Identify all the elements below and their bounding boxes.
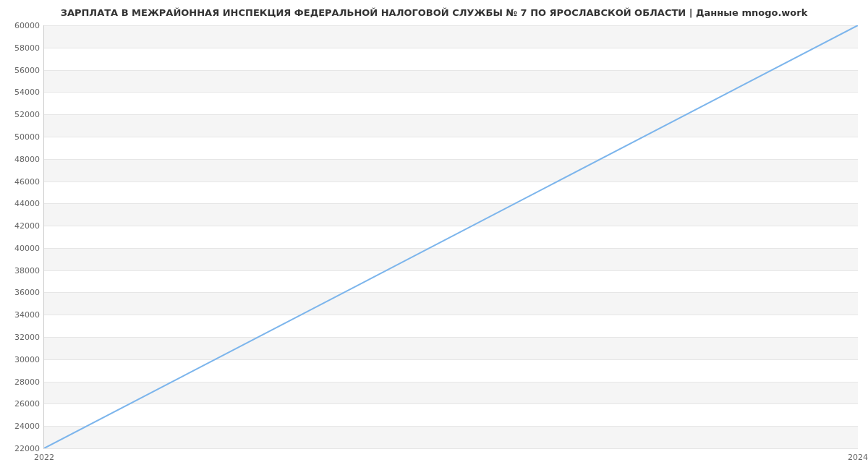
y-tick-label: 36000 <box>14 288 40 297</box>
y-tick-label: 32000 <box>14 333 40 342</box>
y-tick-label: 54000 <box>14 87 40 97</box>
grid-line <box>44 448 858 449</box>
y-tick-label: 22000 <box>14 444 40 453</box>
y-tick-label: 30000 <box>14 354 40 364</box>
plot-area: 2200024000260002800030000320003400036000… <box>43 25 858 449</box>
line-series-layer <box>44 25 858 448</box>
y-tick-label: 56000 <box>14 65 40 74</box>
chart-container: ЗАРПЛАТА В МЕЖРАЙОННАЯ ИНСПЕКЦИЯ ФЕДЕРАЛ… <box>0 0 868 470</box>
y-tick-label: 40000 <box>14 243 40 252</box>
x-tick-label: 2022 <box>34 453 54 462</box>
chart-title: ЗАРПЛАТА В МЕЖРАЙОННАЯ ИНСПЕКЦИЯ ФЕДЕРАЛ… <box>0 7 868 18</box>
y-tick-label: 24000 <box>14 422 40 431</box>
y-tick-label: 58000 <box>14 43 40 52</box>
y-tick-label: 44000 <box>14 199 40 208</box>
y-tick-label: 48000 <box>14 154 40 163</box>
y-tick-label: 34000 <box>14 310 40 320</box>
y-tick-label: 26000 <box>14 399 40 409</box>
y-tick-label: 60000 <box>14 21 40 30</box>
x-tick-label: 2024 <box>848 453 868 462</box>
y-tick-label: 52000 <box>14 110 40 119</box>
y-tick-label: 46000 <box>14 176 40 186</box>
y-tick-label: 42000 <box>14 221 40 231</box>
y-tick-label: 38000 <box>14 265 40 275</box>
y-tick-label: 28000 <box>14 377 40 386</box>
y-tick-label: 50000 <box>14 132 40 141</box>
series-line <box>44 25 858 448</box>
